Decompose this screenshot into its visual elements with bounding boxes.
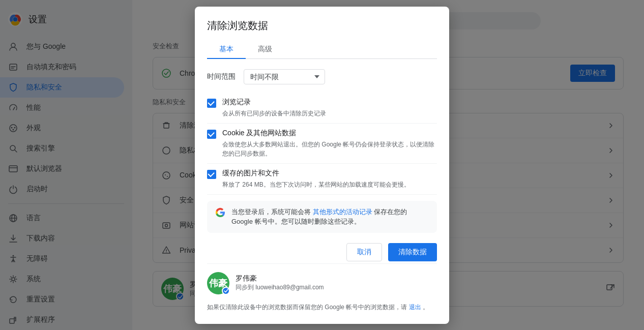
dialog-tabs: 基本 高级 [207,41,437,59]
checkbox-cookies-title: Cookie 及其他网站数据 [222,129,437,138]
checkmark-icon [208,130,214,136]
checkbox-history-title: 浏览记录 [222,98,326,107]
checkbox-cache: 缓存的图片和文件 释放了 264 MB。当您下次访问时，某些网站的加载速度可能会… [207,164,437,195]
google-g-icon [215,207,225,218]
info-box: 当您登录后，系统可能会将 其他形式的活动记录 保存在您的 Google 帐号中。… [207,201,437,233]
tab-basic[interactable]: 基本 [207,41,246,59]
tab-advanced[interactable]: 高级 [246,41,284,59]
checkbox-cookies-text: Cookie 及其他网站数据 会致使您从大多数网站退出。但您的 Google 帐… [222,129,437,158]
cancel-button[interactable]: 取消 [346,243,382,261]
dialog-note: 如果仅清除此设备中的浏览数据而保留您的 Google 帐号中的浏览数据，请 退出… [207,303,437,312]
checkbox-cookies: Cookie 及其他网站数据 会致使您从大多数网站退出。但您的 Google 帐… [207,124,437,164]
checkbox-history: 浏览记录 会从所有已同步的设备中清除历史记录 [207,93,437,124]
checkbox-cache-title: 缓存的图片和文件 [222,169,410,178]
clear-data-dialog: 清除浏览数据 基本 高级 时间范围 时间不限 最近1小时 最近24小时 最近7天… [195,7,449,324]
dialog-user-info: 罗伟豪 同步到 luoweihao89@gmail.com [236,274,324,292]
info-box-text-before: 当您登录后，系统可能会将 [231,208,311,216]
checkbox-history-input[interactable] [207,99,216,108]
dialog-user-section: 伟豪 罗伟豪 同步到 luoweihao89@gmail.com [207,263,437,294]
dialog-note-text-before: 如果仅清除此设备中的浏览数据而保留您的 Google 帐号中的浏览数据，请 [207,304,407,311]
checkmark-icon [208,170,214,176]
time-range-row: 时间范围 时间不限 最近1小时 最近24小时 最近7天 最近4周 [207,69,437,84]
dialog-user-name: 罗伟豪 [236,274,324,283]
checkbox-history-desc: 会从所有已同步的设备中清除历史记录 [222,109,326,118]
dialog-footer: 取消 清除数据 [207,243,437,261]
dialog-avatar-badge [222,287,230,295]
checkbox-cache-desc: 释放了 264 MB。当您下次访问时，某些网站的加载速度可能会更慢。 [222,180,410,189]
checkbox-cookies-input[interactable] [207,130,216,139]
clear-button[interactable]: 清除数据 [388,243,437,261]
dialog-avatar: 伟豪 [207,272,229,294]
checkbox-cache-input[interactable] [207,170,216,179]
checkbox-cookies-desc: 会致使您从大多数网站退出。但您的 Google 帐号仍会保持登录状态，以便清除您… [222,140,437,158]
dialog-title: 清除浏览数据 [207,19,437,33]
checkbox-cache-text: 缓存的图片和文件 释放了 264 MB。当您下次访问时，某些网站的加载速度可能会… [222,169,410,189]
time-range-label: 时间范围 [207,72,236,81]
dialog-user-sync: 同步到 luoweihao89@gmail.com [236,283,324,292]
modal-overlay: 清除浏览数据 基本 高级 时间范围 时间不限 最近1小时 最近24小时 最近7天… [0,0,644,330]
dialog-note-link[interactable]: 退出 [409,304,421,311]
info-box-text: 当您登录后，系统可能会将 其他形式的活动记录 保存在您的 Google 帐号中。… [231,207,429,227]
dialog-note-text-after: 。 [423,304,429,311]
info-box-link[interactable]: 其他形式的活动记录 [313,208,372,216]
checkbox-history-text: 浏览记录 会从所有已同步的设备中清除历史记录 [222,98,326,118]
time-range-select[interactable]: 时间不限 最近1小时 最近24小时 最近7天 最近4周 [244,69,325,84]
checkmark-icon [208,99,214,105]
